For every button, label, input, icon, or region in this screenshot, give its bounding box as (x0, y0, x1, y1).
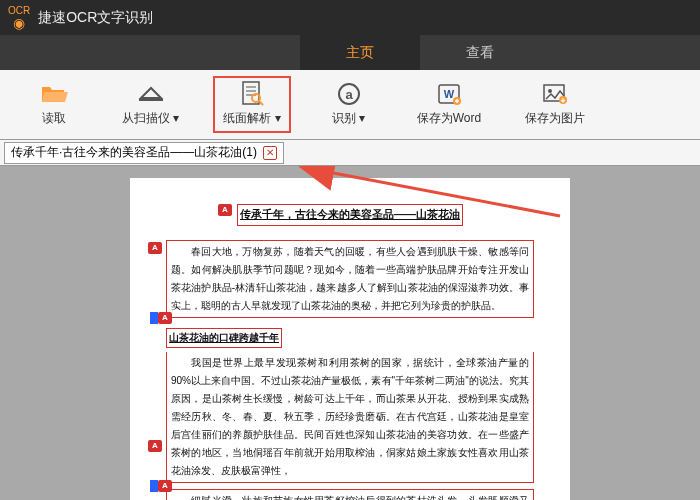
titlebar: OCR ◉ 捷速OCR文字识别 (0, 0, 700, 35)
doc-paragraph: 我国是世界上最早发现茶树和利用茶树的国家，据统计，全球茶油产量的90%以上来自中… (166, 352, 534, 483)
svg-point-12 (548, 89, 552, 93)
save-image-label: 保存为图片 (525, 110, 585, 127)
region-marker-icon: A (158, 480, 172, 492)
doc-paragraph: 细腻光滑，壮族和苗族女性用茶籽榨油后得到的茶枯洗头发，头发既顺滑又清香。如今无论… (166, 489, 534, 500)
tab-bar: 主页 查看 (0, 35, 700, 70)
region-marker-icon (150, 312, 158, 324)
document-tab-title: 传承千年·古往今来的美容圣品——山茶花油(1) (11, 144, 257, 161)
word-icon: W (437, 82, 461, 106)
region-marker-icon: A (148, 242, 162, 254)
image-icon (542, 82, 568, 106)
region-marker-icon (150, 480, 158, 492)
recognize-icon: a (337, 82, 361, 106)
toolbar: 读取 从扫描仪 ▾ 纸面解析 ▾ a 识别 ▾ W 保存为Word 保存为图片 (0, 70, 700, 140)
tab-main[interactable]: 主页 (300, 35, 420, 70)
parse-button[interactable]: 纸面解析 ▾ (213, 76, 290, 133)
close-icon[interactable]: ✕ (263, 146, 277, 160)
read-button[interactable]: 读取 (20, 76, 88, 133)
doc-paragraph: 春回大地，万物复苏，随着天气的回暖，有些人会遇到肌肤干燥、敏感等问题。如何解决肌… (166, 240, 534, 318)
app-logo: OCR ◉ (8, 6, 30, 30)
save-image-button[interactable]: 保存为图片 (515, 76, 595, 133)
svg-text:a: a (345, 87, 353, 102)
svg-text:W: W (444, 88, 455, 100)
parse-label: 纸面解析 ▾ (223, 110, 280, 127)
recognize-button[interactable]: a 识别 ▾ (315, 76, 383, 133)
region-marker-icon: A (218, 204, 232, 216)
read-label: 读取 (42, 110, 66, 127)
scanner-button[interactable]: 从扫描仪 ▾ (112, 76, 189, 133)
document-search-icon (240, 82, 264, 106)
region-marker-icon: A (158, 312, 172, 324)
save-word-label: 保存为Word (417, 110, 481, 127)
document-page: A 传承千年，古往今来的美容圣品——山茶花油 A 春回大地，万物复苏，随着天气的… (130, 178, 570, 500)
scanner-icon (138, 82, 164, 106)
region-marker-icon: A (148, 440, 162, 452)
doc-subheading: 山茶花油的口碑跨越千年 (166, 328, 282, 348)
svg-rect-0 (243, 82, 259, 104)
save-word-button[interactable]: W 保存为Word (407, 76, 491, 133)
tab-view[interactable]: 查看 (420, 35, 540, 70)
folder-open-icon (40, 82, 68, 106)
document-viewport[interactable]: A 传承千年，古往今来的美容圣品——山茶花油 A 春回大地，万物复苏，随着天气的… (0, 166, 700, 500)
document-tab-row: 传承千年·古往今来的美容圣品——山茶花油(1) ✕ (0, 140, 700, 166)
scanner-label: 从扫描仪 ▾ (122, 110, 179, 127)
recognize-label: 识别 ▾ (332, 110, 365, 127)
document-tab[interactable]: 传承千年·古往今来的美容圣品——山茶花油(1) ✕ (4, 142, 284, 164)
app-title: 捷速OCR文字识别 (38, 9, 153, 27)
doc-title: 传承千年，古往今来的美容圣品——山茶花油 (237, 204, 463, 226)
